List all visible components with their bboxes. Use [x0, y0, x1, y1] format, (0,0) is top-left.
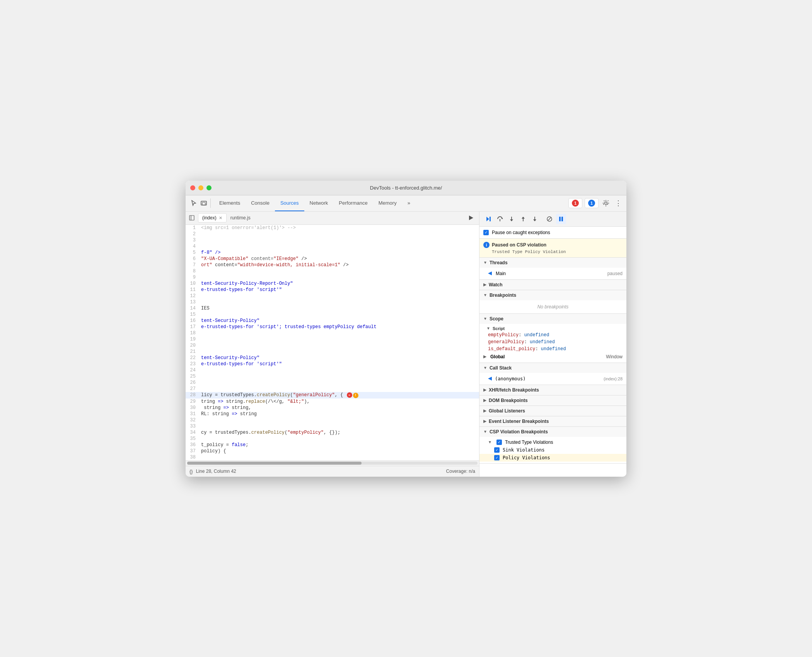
xhr-section: XHR/fetch Breakpoints	[479, 385, 626, 395]
run-snippet-icon[interactable]	[467, 214, 475, 222]
line-code	[200, 231, 479, 237]
deactivate-breakpoints-button[interactable]	[544, 214, 554, 224]
scope-global-val: Window	[606, 354, 623, 359]
titlebar: DevTools - tt-enforced.glitch.me/	[186, 181, 626, 195]
policy-violations-checkbox[interactable]: ✓	[494, 455, 500, 460]
horizontal-scrollbar[interactable]	[186, 460, 479, 466]
scope-header[interactable]: Scope	[479, 314, 626, 324]
thread-main-label: Main	[496, 271, 506, 276]
global-listeners-header[interactable]: Global Listeners	[479, 406, 626, 416]
svg-rect-6	[490, 217, 491, 221]
csp-breakpoints-content: ✓ Trusted Type Violations ✓ Sink Violati…	[479, 437, 626, 463]
tab-console[interactable]: Console	[246, 195, 275, 211]
line-code	[200, 373, 479, 380]
file-tab-index[interactable]: (index) ✕	[198, 213, 227, 222]
line-number: 29	[186, 399, 200, 405]
svg-rect-2	[189, 216, 194, 220]
xhr-header[interactable]: XHR/fetch Breakpoints	[479, 385, 626, 395]
file-tab-runtime[interactable]: runtime.js	[227, 214, 254, 222]
svg-marker-14	[533, 219, 536, 221]
scope-item-generalpolicy: generalPolicy: undefined	[479, 339, 626, 346]
line-number: 21	[186, 349, 200, 355]
global-listeners-label: Global Listeners	[489, 408, 525, 414]
status-bar: {} Line 28, Column 42 Coverage: n/a	[186, 466, 479, 477]
cursor-icon[interactable]	[189, 198, 199, 208]
line-code	[200, 349, 479, 355]
line-number: 33	[186, 423, 200, 429]
line-code: tent-Security-Policy-Report-Only"	[200, 281, 479, 287]
coverage: Coverage: n/a	[446, 469, 475, 474]
scrollbar-track[interactable]	[187, 462, 478, 465]
csp-breakpoints-header[interactable]: CSP Violation Breakpoints	[479, 427, 626, 437]
callstack-fn-0: (anonymous)	[488, 376, 525, 382]
pause-caught-checkbox[interactable]: ✓	[483, 230, 489, 235]
line-number: 4	[186, 243, 200, 250]
breakpoints-content: No breakpoints	[479, 300, 626, 313]
call-stack-header[interactable]: Call Stack	[479, 363, 626, 373]
event-listener-header[interactable]: Event Listener Breakpoints	[479, 416, 626, 426]
scrollbar-thumb[interactable]	[187, 462, 362, 465]
scope-item-emptypolicy: emptyPolicy: undefined	[479, 332, 626, 339]
breakpoints-label: Breakpoints	[490, 293, 516, 298]
tab-nav: Elements Console Sources Network Perform…	[214, 195, 416, 211]
tab-network[interactable]: Network	[304, 195, 334, 211]
tab-memory[interactable]: Memory	[373, 195, 402, 211]
step-into-button[interactable]	[507, 214, 517, 224]
line-number: 34	[186, 429, 200, 436]
svg-line-16	[548, 217, 551, 221]
code-editor[interactable]: 1<img src=1 onerror='alert(1)'> -->2345f…	[186, 225, 479, 460]
breakpoints-arrow	[483, 293, 487, 297]
policy-violations-label: Policy Violations	[503, 455, 550, 460]
sidebar-toggle[interactable]	[187, 213, 196, 222]
error-badge-button[interactable]: 1	[568, 198, 582, 208]
line-number: 26	[186, 380, 200, 386]
dom-header[interactable]: DOM Breakpoints	[479, 395, 626, 405]
settings-icon[interactable]	[601, 198, 611, 208]
step-out-button[interactable]	[518, 214, 528, 224]
xhr-label: XHR/fetch Breakpoints	[489, 387, 539, 393]
watch-label: Watch	[489, 282, 503, 287]
trusted-type-checkbox[interactable]: ✓	[496, 440, 502, 445]
line-code	[200, 330, 479, 336]
pause-button[interactable]	[556, 214, 566, 224]
pause-on-caught-row: ✓ Pause on caught exceptions	[479, 227, 626, 239]
line-code: tent-Security-Policy"	[200, 355, 479, 361]
tab-more[interactable]: »	[402, 195, 416, 211]
minimize-button[interactable]	[198, 185, 203, 190]
resume-button[interactable]	[483, 214, 493, 224]
line-number: 25	[186, 373, 200, 380]
maximize-button[interactable]	[206, 185, 212, 190]
breakpoints-header[interactable]: Breakpoints	[479, 290, 626, 300]
line-number: 8	[186, 268, 200, 274]
callstack-row-0: (anonymous) (index):28	[479, 375, 626, 383]
sink-violations-checkbox[interactable]: ✓	[494, 447, 500, 453]
csp-violation-title: Paused on CSP violation	[492, 242, 546, 248]
svg-marker-12	[522, 217, 525, 219]
line-number: 11	[186, 287, 200, 293]
scope-script-header[interactable]: Script	[479, 325, 626, 332]
line-number: 17	[186, 324, 200, 330]
line-code	[200, 299, 479, 305]
close-button[interactable]	[190, 185, 195, 190]
tab-elements[interactable]: Elements	[214, 195, 246, 211]
svg-marker-10	[510, 219, 513, 221]
line-code: ort" content="width=device-width, initia…	[200, 262, 479, 268]
tab-sources[interactable]: Sources	[275, 195, 304, 211]
step-button[interactable]	[530, 214, 540, 224]
format-icon[interactable]: {}	[189, 469, 193, 474]
step-over-button[interactable]	[495, 214, 505, 224]
trusted-type-arrow	[488, 440, 492, 444]
threads-header[interactable]: Threads	[479, 258, 626, 268]
line-code	[200, 237, 479, 243]
file-tab-index-close[interactable]: ✕	[219, 216, 222, 221]
scope-val-emptypolicy: undefined	[524, 332, 549, 338]
svg-rect-18	[561, 217, 563, 221]
message-badge-button[interactable]: 1	[585, 198, 599, 208]
line-number: 22	[186, 355, 200, 361]
device-toolbar-icon[interactable]	[199, 198, 209, 208]
watch-header[interactable]: Watch	[479, 280, 626, 290]
tab-performance[interactable]: Performance	[333, 195, 373, 211]
scope-global-row[interactable]: Global Window	[479, 352, 626, 361]
more-icon[interactable]: ⋮	[613, 198, 623, 208]
global-listeners-section: Global Listeners	[479, 406, 626, 416]
